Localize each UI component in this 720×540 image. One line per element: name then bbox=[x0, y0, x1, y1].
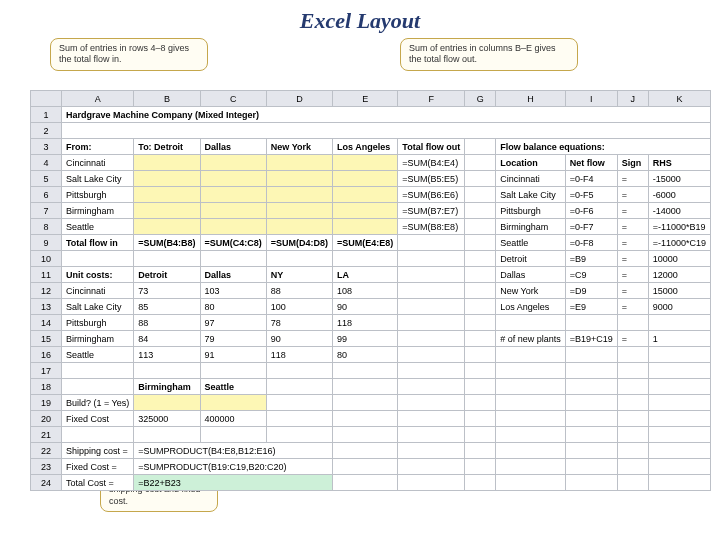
cell-I11[interactable]: =C9 bbox=[565, 267, 617, 283]
cell-A6[interactable]: Pittsburgh bbox=[62, 187, 134, 203]
cell-B4[interactable] bbox=[134, 155, 200, 171]
col-D[interactable]: D bbox=[266, 91, 332, 107]
cell-F5[interactable]: =SUM(B5:E5) bbox=[398, 171, 465, 187]
cell-D9[interactable]: =SUM(D4:D8) bbox=[266, 235, 332, 251]
cell-K9[interactable]: =-11000*C19 bbox=[648, 235, 710, 251]
cell-I12[interactable]: =D9 bbox=[565, 283, 617, 299]
cell-K8[interactable]: =-11000*B19 bbox=[648, 219, 710, 235]
cell-K13[interactable]: 9000 bbox=[648, 299, 710, 315]
cell-C14[interactable]: 97 bbox=[200, 315, 266, 331]
cell-B16[interactable]: 113 bbox=[134, 347, 200, 363]
cell-B12[interactable]: 73 bbox=[134, 283, 200, 299]
cell-H10[interactable]: Detroit bbox=[496, 251, 566, 267]
cell-H8[interactable]: Birmingham bbox=[496, 219, 566, 235]
col-A[interactable]: A bbox=[62, 91, 134, 107]
col-B[interactable]: B bbox=[134, 91, 200, 107]
cell-I9[interactable]: =0-F8 bbox=[565, 235, 617, 251]
cell-H13[interactable]: Los Angeles bbox=[496, 299, 566, 315]
cell-A11[interactable]: Unit costs: bbox=[62, 267, 134, 283]
cell-C18[interactable]: Seattle bbox=[200, 379, 266, 395]
cell-D3[interactable]: New York bbox=[266, 139, 332, 155]
cell-H12[interactable]: New York bbox=[496, 283, 566, 299]
cell-C20[interactable]: 400000 bbox=[200, 411, 266, 427]
cell-K10[interactable]: 10000 bbox=[648, 251, 710, 267]
cell-B19[interactable] bbox=[134, 395, 200, 411]
cell-J15[interactable]: = bbox=[617, 331, 648, 347]
cell-I13[interactable]: =E9 bbox=[565, 299, 617, 315]
col-I[interactable]: I bbox=[565, 91, 617, 107]
cell-D12[interactable]: 88 bbox=[266, 283, 332, 299]
cell-E13[interactable]: 90 bbox=[333, 299, 398, 315]
cell-B24[interactable]: =B22+B23 bbox=[134, 475, 333, 491]
rowhead-3[interactable]: 3 bbox=[31, 139, 62, 155]
cell-D13[interactable]: 100 bbox=[266, 299, 332, 315]
cell-A14[interactable]: Pittsburgh bbox=[62, 315, 134, 331]
cell-J9[interactable]: = bbox=[617, 235, 648, 251]
cell-G3[interactable] bbox=[465, 139, 496, 155]
cell-H11[interactable]: Dallas bbox=[496, 267, 566, 283]
cell-A23[interactable]: Fixed Cost = bbox=[62, 459, 134, 475]
col-F[interactable]: F bbox=[398, 91, 465, 107]
cell-A8[interactable]: Seattle bbox=[62, 219, 134, 235]
cell-F8[interactable]: =SUM(B8:E8) bbox=[398, 219, 465, 235]
cell-A3[interactable]: From: bbox=[62, 139, 134, 155]
cell-B14[interactable]: 88 bbox=[134, 315, 200, 331]
cell-A9[interactable]: Total flow in bbox=[62, 235, 134, 251]
cell-C16[interactable]: 91 bbox=[200, 347, 266, 363]
cell-H6[interactable]: Salt Lake City bbox=[496, 187, 566, 203]
cell-H3[interactable]: Flow balance equations: bbox=[496, 139, 711, 155]
cell-B22[interactable]: =SUMPRODUCT(B4:E8,B12:E16) bbox=[134, 443, 333, 459]
cell-J4[interactable]: Sign bbox=[617, 155, 648, 171]
cell-B11[interactable]: Detroit bbox=[134, 267, 200, 283]
cell-B23[interactable]: =SUMPRODUCT(B19:C19,B20:C20) bbox=[134, 459, 333, 475]
cell-A7[interactable]: Birmingham bbox=[62, 203, 134, 219]
rowhead-1[interactable]: 1 bbox=[31, 107, 62, 123]
cell-J5[interactable]: = bbox=[617, 171, 648, 187]
cell-H7[interactable]: Pittsburgh bbox=[496, 203, 566, 219]
cell-C4[interactable] bbox=[200, 155, 266, 171]
cell-I10[interactable]: =B9 bbox=[565, 251, 617, 267]
cell-B3[interactable]: To: Detroit bbox=[134, 139, 200, 155]
cell-K7[interactable]: -14000 bbox=[648, 203, 710, 219]
cell-K15[interactable]: 1 bbox=[648, 331, 710, 347]
cell-C12[interactable]: 103 bbox=[200, 283, 266, 299]
cell-A22[interactable]: Shipping cost = bbox=[62, 443, 134, 459]
cell-K4[interactable]: RHS bbox=[648, 155, 710, 171]
cell-B13[interactable]: 85 bbox=[134, 299, 200, 315]
cell-H9[interactable]: Seattle bbox=[496, 235, 566, 251]
cell-A4[interactable]: Cincinnati bbox=[62, 155, 134, 171]
cell-H15[interactable]: # of new plants bbox=[496, 331, 566, 347]
cell-J8[interactable]: = bbox=[617, 219, 648, 235]
cell-A19[interactable]: Build? (1 = Yes) bbox=[62, 395, 134, 411]
cell-K6[interactable]: -6000 bbox=[648, 187, 710, 203]
cell-E11[interactable]: LA bbox=[333, 267, 398, 283]
cell-A15[interactable]: Birmingham bbox=[62, 331, 134, 347]
cell-H4[interactable]: Location bbox=[496, 155, 566, 171]
cell-E3[interactable]: Los Angeles bbox=[333, 139, 398, 155]
cell-F4[interactable]: =SUM(B4:E4) bbox=[398, 155, 465, 171]
cell-A5[interactable]: Salt Lake City bbox=[62, 171, 134, 187]
cell-F6[interactable]: =SUM(B6:E6) bbox=[398, 187, 465, 203]
cell-D16[interactable]: 118 bbox=[266, 347, 332, 363]
cell-A13[interactable]: Salt Lake City bbox=[62, 299, 134, 315]
col-E[interactable]: E bbox=[333, 91, 398, 107]
cell-F3[interactable]: Total flow out bbox=[398, 139, 465, 155]
cell-A12[interactable]: Cincinnati bbox=[62, 283, 134, 299]
cell-C11[interactable]: Dallas bbox=[200, 267, 266, 283]
cell-E12[interactable]: 108 bbox=[333, 283, 398, 299]
cell-K11[interactable]: 12000 bbox=[648, 267, 710, 283]
cell-A16[interactable]: Seattle bbox=[62, 347, 134, 363]
cell-A20[interactable]: Fixed Cost bbox=[62, 411, 134, 427]
cell-D4[interactable] bbox=[266, 155, 332, 171]
cell-B15[interactable]: 84 bbox=[134, 331, 200, 347]
cell-C9[interactable]: =SUM(C4:C8) bbox=[200, 235, 266, 251]
cell-J6[interactable]: = bbox=[617, 187, 648, 203]
cell-J10[interactable]: = bbox=[617, 251, 648, 267]
cell-E16[interactable]: 80 bbox=[333, 347, 398, 363]
cell-B9[interactable]: =SUM(B4:B8) bbox=[134, 235, 200, 251]
cell-J12[interactable]: = bbox=[617, 283, 648, 299]
cell-E4[interactable] bbox=[333, 155, 398, 171]
cell-I7[interactable]: =0-F6 bbox=[565, 203, 617, 219]
cell-J11[interactable]: = bbox=[617, 267, 648, 283]
cell-B20[interactable]: 325000 bbox=[134, 411, 200, 427]
